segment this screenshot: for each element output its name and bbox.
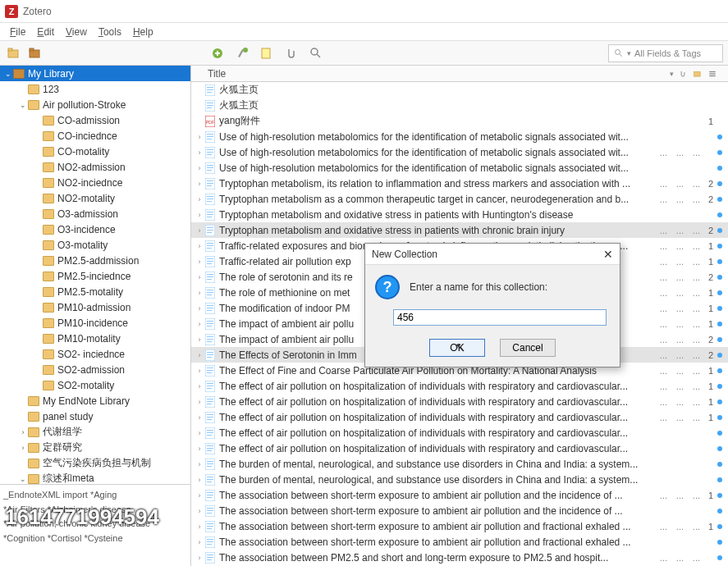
library-root[interactable]: ⌄ My Library [0, 66, 190, 81]
collection-My EndNote Library[interactable]: My EndNote Library [0, 393, 190, 409]
collection-O3-admission[interactable]: O3-admission [0, 206, 190, 221]
collection-SO2-admission[interactable]: SO2-admission [0, 362, 190, 377]
search-box[interactable]: ▾ All Fields & Tags [608, 44, 723, 62]
collection-定群研究[interactable]: ›定群研究 [0, 440, 190, 455]
svg-rect-130 [207, 544, 212, 545]
item-type-icon [204, 318, 216, 330]
collection-O3-incidence[interactable]: O3-incidence [0, 221, 190, 237]
item-row[interactable]: ›Use of high-resolution metabolomics for… [191, 144, 728, 160]
column-folder-icon[interactable] [694, 70, 708, 78]
sync-dot-icon [715, 181, 725, 186]
item-row[interactable]: 火狐主页 [191, 82, 728, 98]
collection-NO2-inciednce[interactable]: NO2-inciednce [0, 175, 190, 190]
item-row[interactable]: ›The association between PM2.5 and short… [191, 550, 728, 565]
collection-123[interactable]: 123 [0, 81, 190, 97]
folder-icon [28, 474, 39, 484]
collections-tree[interactable]: ⌄ My Library 123⌄Air pollution-StrokeCO-… [0, 66, 190, 484]
new-note-button[interactable] [258, 44, 276, 62]
svg-rect-114 [207, 482, 212, 482]
question-icon: ? [375, 275, 400, 299]
close-icon[interactable]: ✕ [603, 248, 613, 261]
ok-button[interactable]: OK [429, 339, 485, 357]
column-attachment-icon[interactable] [679, 70, 694, 78]
menu-edit[interactable]: Edit [32, 25, 59, 39]
item-row[interactable]: ›Use of high-resolution metabolomics for… [191, 160, 728, 176]
collection-NO2-admission[interactable]: NO2-admission [0, 159, 190, 175]
menu-help[interactable]: Help [128, 25, 158, 39]
item-row[interactable]: ›The effect of air pollution on hospital… [191, 378, 728, 394]
item-row[interactable]: ›The effect of air pollution on hospital… [191, 440, 728, 456]
tags-pane[interactable]: _EndnoteXML import *Aging*Air Filters *A… [0, 484, 190, 566]
folder-icon [43, 225, 54, 235]
menu-tools[interactable]: Tools [94, 25, 126, 39]
collection-PM2.5-addmission[interactable]: PM2.5-addmission [0, 253, 190, 268]
collection-CO-motality[interactable]: CO-motality [0, 144, 190, 159]
item-row[interactable]: ›The effect of air pollution on hospital… [191, 409, 728, 425]
sync-dot-icon [715, 337, 725, 342]
collection-Air pollution-Stroke[interactable]: ⌄Air pollution-Stroke [0, 97, 190, 112]
collection-panel study[interactable]: panel study [0, 409, 190, 424]
new-collection-button[interactable] [5, 44, 23, 62]
svg-rect-33 [207, 167, 213, 168]
collection-PM10-admission[interactable]: PM10-admission [0, 299, 190, 315]
sync-dot-icon [715, 197, 725, 202]
collection-PM2.5-motality[interactable]: PM2.5-motality [0, 284, 190, 299]
dropdown-icon[interactable]: ▾ [627, 49, 631, 57]
item-row[interactable]: ›Tryptophan metabolism and oxidative str… [191, 207, 728, 222]
collection-SO2-motality[interactable]: SO2-motality [0, 377, 190, 393]
svg-rect-125 [207, 526, 213, 527]
svg-rect-40 [207, 196, 213, 197]
item-row[interactable]: ›Tryptophan metabolism and oxidative str… [191, 222, 728, 238]
new-item-button[interactable] [208, 44, 227, 62]
advanced-search-button[interactable] [307, 44, 325, 62]
collection-PM2.5-inciednce[interactable]: PM2.5-inciednce [0, 268, 190, 284]
dialog-titlebar[interactable]: New Collection ✕ [365, 244, 620, 265]
column-menu-icon[interactable] [708, 70, 723, 78]
collection-SO2- inciednce[interactable]: SO2- inciednce [0, 346, 190, 362]
collection-PM10-incidence[interactable]: PM10-incidence [0, 315, 190, 331]
svg-rect-94 [207, 404, 212, 404]
item-row[interactable]: ›Tryptophan metabolism as a common thera… [191, 191, 728, 207]
list-header[interactable]: Title ▾ [191, 66, 728, 82]
column-title[interactable]: Title [208, 68, 670, 80]
collection-name-input[interactable] [393, 309, 607, 326]
new-library-button[interactable] [26, 44, 44, 62]
add-by-identifier-button[interactable] [233, 44, 251, 62]
collection-O3-motality[interactable]: O3-motality [0, 237, 190, 253]
item-type-icon [204, 147, 216, 158]
titlebar: Z Zotero [0, 0, 728, 23]
collection-CO-inciednce[interactable]: CO-inciednce [0, 128, 190, 144]
collection-空气污染疾病负担与机制[interactable]: 空气污染疾病负担与机制 [0, 455, 190, 471]
collection-PM10-motality[interactable]: PM10-motality [0, 331, 190, 346]
svg-rect-132 [207, 555, 213, 555]
app-title: Zotero [23, 6, 52, 17]
cancel-button[interactable]: Cancel [500, 339, 556, 357]
svg-rect-36 [207, 180, 213, 181]
add-attachment-button[interactable] [282, 44, 300, 62]
collection-NO2-motality[interactable]: NO2-motality [0, 190, 190, 206]
item-row[interactable]: 火狐主页 [191, 98, 728, 113]
sort-icon[interactable]: ▾ [670, 70, 674, 78]
collection-综述和meta[interactable]: ⌄综述和meta [0, 471, 190, 484]
item-row[interactable]: ›The effect of air pollution on hospital… [191, 394, 728, 409]
item-row[interactable]: ›The association between short-term expo… [191, 503, 728, 518]
collection-CO-admission[interactable]: CO-admission [0, 112, 190, 128]
svg-rect-1 [8, 48, 12, 51]
svg-rect-134 [207, 559, 212, 560]
item-row[interactable]: ›The association between short-term expo… [191, 534, 728, 550]
item-row[interactable]: ›The association between short-term expo… [191, 518, 728, 534]
item-row[interactable]: ›The effect of air pollution on hospital… [191, 425, 728, 440]
folder-icon [28, 427, 39, 437]
collection-代谢组学[interactable]: ›代谢组学 [0, 424, 190, 440]
item-row[interactable]: ›The association between short-term expo… [191, 487, 728, 503]
menu-view[interactable]: View [61, 25, 92, 39]
item-row[interactable]: ›The burden of mental, neurological, and… [191, 472, 728, 487]
item-row[interactable]: ›The burden of mental, neurological, and… [191, 456, 728, 472]
menu-file[interactable]: File [5, 25, 30, 39]
item-row[interactable]: PDFyang附件1 [191, 113, 728, 129]
svg-rect-3 [30, 48, 34, 51]
item-row[interactable]: ›Tryptophan metabolism, its relation to … [191, 176, 728, 191]
item-type-icon [204, 100, 216, 112]
item-row[interactable]: ›Use of high-resolution metabolomics for… [191, 129, 728, 144]
svg-rect-18 [207, 103, 213, 103]
